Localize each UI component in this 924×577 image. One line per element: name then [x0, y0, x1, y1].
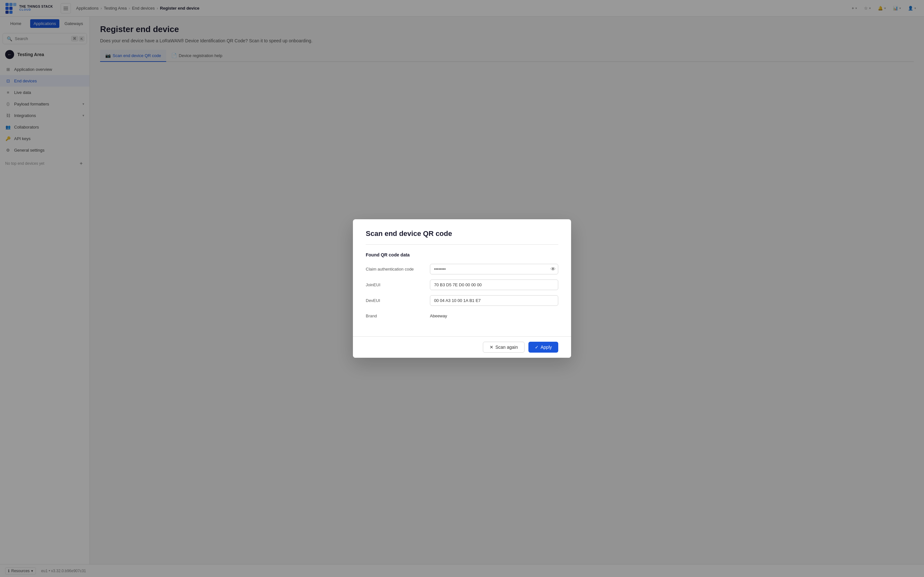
- dev-eui-row: DevEUI: [366, 295, 558, 306]
- brand-row: Brand Abeeway: [366, 311, 558, 321]
- claim-auth-row: Claim authentication code 👁: [366, 264, 558, 274]
- modal-title: Scan end device QR code: [366, 229, 558, 238]
- scan-qr-modal: Scan end device QR code Found QR code da…: [353, 219, 571, 358]
- join-eui-input-wrap: [430, 279, 558, 290]
- join-eui-label: JoinEUI: [366, 282, 430, 287]
- join-eui-input[interactable]: [430, 279, 558, 290]
- dev-eui-label: DevEUI: [366, 298, 430, 303]
- claim-auth-input[interactable]: [430, 264, 558, 274]
- join-eui-row: JoinEUI: [366, 279, 558, 290]
- show-password-button[interactable]: 👁: [551, 266, 556, 272]
- brand-label: Brand: [366, 314, 430, 318]
- scan-again-button[interactable]: ✕ Scan again: [483, 342, 525, 353]
- apply-button[interactable]: ✓ Apply: [528, 342, 558, 353]
- dev-eui-input-wrap: [430, 295, 558, 306]
- claim-auth-input-wrap: 👁: [430, 264, 558, 274]
- modal-footer: ✕ Scan again ✓ Apply: [353, 336, 571, 358]
- modal-section-title: Found QR code data: [366, 252, 558, 258]
- modal-body: Scan end device QR code Found QR code da…: [353, 219, 571, 336]
- modal-divider: [366, 244, 558, 245]
- check-icon: ✓: [535, 345, 539, 350]
- brand-value: Abeeway: [430, 311, 447, 321]
- dev-eui-input[interactable]: [430, 295, 558, 306]
- x-icon: ✕: [489, 345, 493, 350]
- modal-overlay: Scan end device QR code Found QR code da…: [0, 0, 924, 577]
- claim-auth-label: Claim authentication code: [366, 267, 430, 271]
